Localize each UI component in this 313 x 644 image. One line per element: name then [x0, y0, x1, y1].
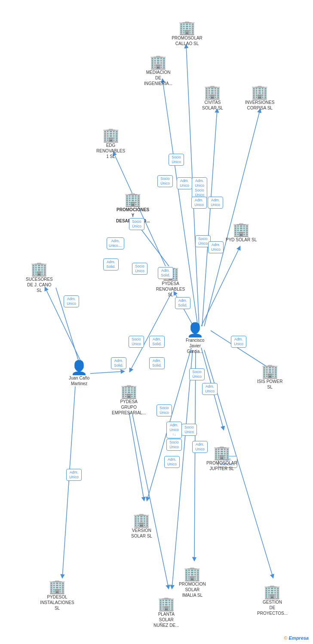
building-icon: 🏢 [120, 384, 138, 398]
building-icon: 🏢 [204, 85, 221, 99]
node-civitas-solar: 🏢 CIVITASSOLAR SL [202, 85, 223, 111]
badge-adm-unico-juan-lower: Adm.Unico [66, 469, 82, 481]
node-juan-cano: 👤 Juan CañoMartinez [69, 361, 89, 386]
node-label: ISIS POWERSL [257, 379, 282, 390]
badge-socio-ll2: SocioÚnico [166, 439, 182, 451]
building-icon: 🏢 [158, 597, 175, 611]
node-label: PYD SOLAR SL [226, 237, 257, 243]
badge-adm-solid-juan: Adm.Solid. [111, 357, 126, 369]
watermark-brand: Empresa [289, 635, 309, 641]
node-gestion-proyectos: 🏢 GESTIONDEPROYECTOS... [257, 585, 288, 616]
node-label: PROMOSOLARJUPITER SL [206, 460, 237, 471]
badge-adm-unico-left: Adm.Unico.... [107, 237, 124, 249]
node-promocion-solar-imalia: 🏢 PROMOCIONSOLARIMALIA SL [179, 567, 206, 598]
svg-line-18 [129, 412, 144, 500]
building-icon: 🏢 [49, 580, 66, 593]
watermark: © Empresa [284, 635, 309, 641]
badge-socio-unico-2: SocioÚnico [157, 175, 173, 187]
badge-socio-unico-1: SocioÚnico [169, 154, 184, 166]
badge-adm-unico-fj: Adm.Unico [231, 336, 246, 348]
node-pyd-solar: 🏢 PYD SOLAR SL [226, 222, 257, 243]
svg-line-19 [132, 414, 169, 588]
node-promosolar-jupiter: 🏢 PROMOSOLARJUPITER SL [206, 446, 237, 471]
building-icon: 🏢 [184, 567, 201, 580]
svg-line-14 [62, 386, 75, 577]
badge-adm-pyd: Adm.Unico [208, 241, 224, 253]
node-label: CIVITASSOLAR SL [202, 100, 223, 111]
building-icon: 🏢 [213, 446, 230, 459]
node-label: INVERSIONESCORPISA SL [245, 100, 274, 111]
person-icon: 👤 [187, 323, 204, 337]
node-version-solar: 🏢 VERSIONSOLAR SL [131, 513, 152, 539]
svg-line-13 [90, 371, 124, 374]
node-label: PYDESAGRUPOEMPRESARIAL... [112, 399, 146, 416]
node-edg-renovables: 🏢 EDGRENOVABLES1 SL [96, 128, 125, 159]
badge-adm-ll2: Adm.Unico [192, 441, 208, 453]
node-pydesa-grupo: 🏢 PYDESAGRUPOEMPRESARIAL... [112, 384, 146, 416]
svg-line-2 [202, 109, 217, 326]
node-label: MEDIACIONDEINGENIERIA... [144, 70, 172, 86]
building-icon: 🏢 [133, 513, 150, 527]
node-label: EDGRENOVABLES1 SL [96, 143, 125, 159]
node-label: PROMOSOLAR CALLAO SL [168, 35, 206, 46]
node-francisco-javier: 👤 FranciscoJavierGarcia... [186, 323, 204, 354]
node-label: VERSIONSOLAR SL [131, 528, 152, 539]
building-icon: 🏢 [178, 21, 196, 34]
building-icon: 🏢 [150, 55, 167, 69]
node-label: FranciscoJavierGarcia... [186, 337, 204, 354]
node-label: PYDESARENOVABLESSL [156, 281, 185, 298]
node-inversiones-corpisa: 🏢 INVERSIONESCORPISA SL [245, 85, 274, 111]
badge-socio-ll1: SocioÚnico [181, 424, 197, 436]
badge-adm-unico-1: Adm.Unico [177, 177, 192, 189]
node-label: PROMOCIONSOLARIMALIA SL [179, 581, 206, 598]
building-icon: 🏢 [251, 85, 268, 99]
building-icon: 🏢 [31, 262, 48, 276]
building-icon: 🏢 [261, 364, 279, 378]
node-planta-solar-nunez: 🏢 PLANTASOLARNUÑEZ DE... [153, 597, 179, 628]
svg-line-9 [194, 350, 196, 560]
badge-adm-manco-top: Adm.Unico [208, 197, 223, 209]
badge-adm-fj: Adm.Unico [202, 383, 218, 395]
building-icon: 🏢 [264, 585, 281, 598]
badge-adm-mancun: Adm.Unico [191, 197, 207, 209]
diagram-container: 🏢 PROMOSOLAR CALLAO SL 🏢 MEDIACIONDEINGE… [0, 0, 313, 644]
node-isis-power: 🏢 ISIS POWERSL [257, 364, 282, 390]
badge-socio-unico-mid: SocioÚnico [132, 263, 147, 275]
badge-adm-sucesores: Adm.Unico [64, 295, 79, 307]
badge-adm-solid-m2: Adm.Solid. [149, 357, 165, 369]
badge-adm-unico-socio: Adm.UnicoSocioÚnico [192, 177, 207, 199]
node-sucesores-cano: 🏢 SUCESORESDE J. CANOSL [26, 262, 53, 293]
badge-socio-m1: SocioÚnico [129, 336, 144, 348]
person-icon: 👤 [71, 361, 88, 374]
svg-line-3 [204, 109, 260, 326]
badge-socio-unico-promo: SocioÚnico [129, 218, 144, 230]
badge-adm-solid-pydesa: Adm.Solid. [158, 267, 173, 279]
badge-adm-solid-left: Adm.Solid. [103, 258, 119, 270]
svg-line-10 [172, 350, 193, 588]
node-mediacion: 🏢 MEDIACIONDEINGENIERIA... [144, 55, 172, 86]
svg-line-4 [201, 247, 240, 326]
node-label: GESTIONDEPROYECTOS... [257, 599, 288, 616]
node-promosolar-callao: 🏢 PROMOSOLAR CALLAO SL [168, 21, 206, 46]
badge-socio-fj: SocioÚnico [189, 368, 205, 380]
badge-adm-unico-ll3: Adm.Unico [164, 456, 180, 468]
node-pydesol-instalaciones: 🏢 PYDESOLINSTALACIONES SL [38, 580, 77, 611]
node-label: Juan CañoMartinez [69, 375, 89, 386]
building-icon: 🏢 [102, 128, 120, 142]
building-icon: 🏢 [124, 192, 141, 206]
node-label: SUCESORESDE J. CANOSL [26, 276, 53, 293]
badge-adm-solid-2: Adm.Solid. [175, 297, 190, 309]
badge-adm-solid-m1: Adm.Solid. [149, 336, 165, 348]
node-label: PLANTASOLARNUÑEZ DE... [153, 611, 179, 628]
building-icon: 🏢 [233, 222, 250, 236]
node-label: PYDESOLINSTALACIONES SL [38, 594, 77, 611]
badge-socio-grupo: SocioÚnico [156, 404, 172, 416]
badge-adm-unico-ll1: Adm.Unico↑↓ [166, 422, 182, 438]
